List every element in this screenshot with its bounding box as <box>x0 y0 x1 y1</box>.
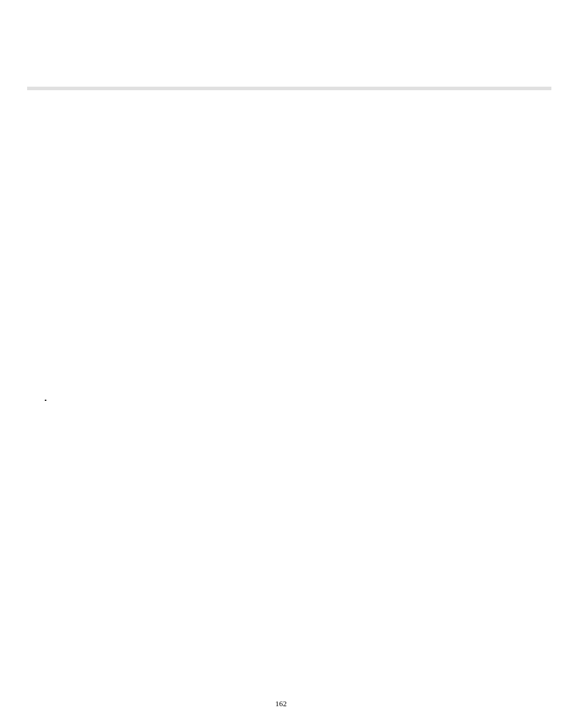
page-number: 162 <box>0 699 562 709</box>
header-divider <box>27 87 551 90</box>
